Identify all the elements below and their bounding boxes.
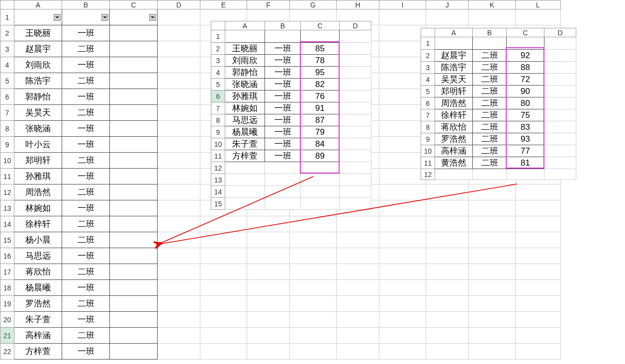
- cell-I10[interactable]: [379, 153, 426, 169]
- cell-A14[interactable]: [225, 186, 265, 198]
- cell-A10[interactable]: 郑明轩: [14, 153, 62, 169]
- cell-A19[interactable]: 罗浩然: [14, 296, 62, 312]
- cell-A1[interactable]: 姓名: [225, 30, 265, 43]
- cell-A4[interactable]: 郭静怡: [225, 67, 265, 79]
- row-header-21[interactable]: 21: [0, 328, 14, 344]
- cell-A8[interactable]: 马思远: [225, 114, 265, 126]
- cell-B21[interactable]: 二班: [62, 328, 110, 344]
- cell-J12[interactable]: [426, 184, 469, 200]
- cell-G16[interactable]: [290, 248, 337, 264]
- cell-C16[interactable]: [110, 248, 158, 264]
- cell-H20[interactable]: [337, 312, 379, 328]
- col-header-J[interactable]: J: [426, 0, 469, 9]
- col-header-C[interactable]: C: [301, 21, 340, 30]
- col-header-D[interactable]: D: [158, 0, 200, 9]
- row-header-2[interactable]: 2: [211, 43, 225, 55]
- cell-C4[interactable]: 95: [301, 67, 340, 79]
- cell-A15[interactable]: 杨小晨: [14, 232, 62, 248]
- cell-D10[interactable]: [158, 153, 200, 169]
- cell-D6[interactable]: [158, 89, 200, 105]
- cell-C20[interactable]: [110, 312, 158, 328]
- cell-L12[interactable]: [516, 184, 561, 200]
- cell-E18[interactable]: [200, 280, 247, 296]
- row-header-15[interactable]: 15: [0, 232, 14, 248]
- cell-B17[interactable]: 二班: [62, 264, 110, 280]
- cell-A21[interactable]: 高梓涵: [14, 328, 62, 344]
- col-header-B[interactable]: B: [473, 28, 507, 37]
- cell-D16[interactable]: [158, 248, 200, 264]
- cell-D4[interactable]: [544, 74, 576, 86]
- cell-B8[interactable]: 一班: [62, 121, 110, 137]
- cell-D14[interactable]: [158, 216, 200, 232]
- row-header-18[interactable]: 18: [0, 280, 14, 296]
- cell-I18[interactable]: [379, 280, 426, 296]
- cell-A1[interactable]: 姓名: [14, 9, 62, 25]
- cell-F19[interactable]: [247, 296, 290, 312]
- cell-J18[interactable]: [426, 280, 469, 296]
- cell-B1[interactable]: 班级: [62, 9, 110, 25]
- cell-A3[interactable]: 刘雨欣: [225, 55, 265, 67]
- cell-F15[interactable]: [247, 232, 290, 248]
- cell-L17[interactable]: [516, 264, 561, 280]
- cell-D9[interactable]: [158, 137, 200, 153]
- cell-I5[interactable]: [379, 73, 426, 89]
- cell-C7[interactable]: [110, 105, 158, 121]
- cell-E22[interactable]: [200, 344, 247, 360]
- col-header-C[interactable]: C: [110, 0, 158, 9]
- cell-C13[interactable]: [110, 200, 158, 216]
- cell-C14[interactable]: [301, 186, 340, 198]
- cell-I2[interactable]: [379, 25, 426, 41]
- cell-A6[interactable]: 郭静怡: [14, 89, 62, 105]
- cell-C13[interactable]: [301, 174, 340, 186]
- cell-A10[interactable]: 高梓涵: [435, 145, 473, 157]
- cell-C1[interactable]: 分数: [301, 30, 340, 43]
- cell-D15[interactable]: [158, 232, 200, 248]
- cell-D9[interactable]: [544, 133, 576, 145]
- cell-B15[interactable]: 二班: [62, 232, 110, 248]
- cell-A2[interactable]: 王晓丽: [14, 25, 62, 41]
- cell-I8[interactable]: [379, 121, 426, 137]
- row-header-4[interactable]: 4: [0, 57, 14, 73]
- cell-K14[interactable]: [469, 216, 516, 232]
- cell-J14[interactable]: [426, 216, 469, 232]
- row-header-12[interactable]: 12: [421, 169, 435, 180]
- cell-C10[interactable]: 84: [301, 138, 340, 150]
- cell-A5[interactable]: 陈浩宇: [14, 73, 62, 89]
- cell-L21[interactable]: [516, 328, 561, 344]
- cell-B14[interactable]: [265, 186, 301, 198]
- cell-A2[interactable]: 赵晨宇: [435, 50, 473, 62]
- row-header-7[interactable]: 7: [421, 109, 435, 121]
- cell-C19[interactable]: [110, 296, 158, 312]
- cell-D1[interactable]: [158, 9, 200, 25]
- cell-B13[interactable]: 一班: [62, 200, 110, 216]
- row-header-11[interactable]: 11: [211, 150, 225, 162]
- cell-B7[interactable]: 二班: [62, 105, 110, 121]
- cell-F14[interactable]: [247, 216, 290, 232]
- cell-D9[interactable]: [340, 126, 371, 138]
- cell-F16[interactable]: [247, 248, 290, 264]
- cell-C2[interactable]: 85: [301, 43, 340, 55]
- cell-A12[interactable]: 周浩然: [14, 184, 62, 200]
- cell-E20[interactable]: [200, 312, 247, 328]
- cell-I12[interactable]: [379, 184, 426, 200]
- cell-D7[interactable]: [544, 109, 576, 121]
- cell-L1[interactable]: [516, 9, 561, 25]
- cell-C3[interactable]: 88: [507, 62, 544, 74]
- cell-C18[interactable]: [110, 280, 158, 296]
- cell-I3[interactable]: [379, 41, 426, 57]
- row-header-3[interactable]: 3: [0, 41, 14, 57]
- cell-J15[interactable]: [426, 232, 469, 248]
- col-header-E[interactable]: E: [200, 0, 247, 9]
- cell-A9[interactable]: 杨晨曦: [225, 126, 265, 138]
- cell-C4[interactable]: 72: [507, 74, 544, 86]
- cell-L18[interactable]: [516, 280, 561, 296]
- cell-A13[interactable]: [225, 174, 265, 186]
- cell-B20[interactable]: 一班: [62, 312, 110, 328]
- cell-A4[interactable]: 吴昊天: [435, 74, 473, 86]
- cell-D12[interactable]: [544, 169, 576, 180]
- cell-K15[interactable]: [469, 232, 516, 248]
- row-header-13[interactable]: 13: [0, 200, 14, 216]
- row-header-5[interactable]: 5: [421, 86, 435, 97]
- cell-A11[interactable]: 黄浩然: [435, 157, 473, 169]
- cell-D17[interactable]: [158, 264, 200, 280]
